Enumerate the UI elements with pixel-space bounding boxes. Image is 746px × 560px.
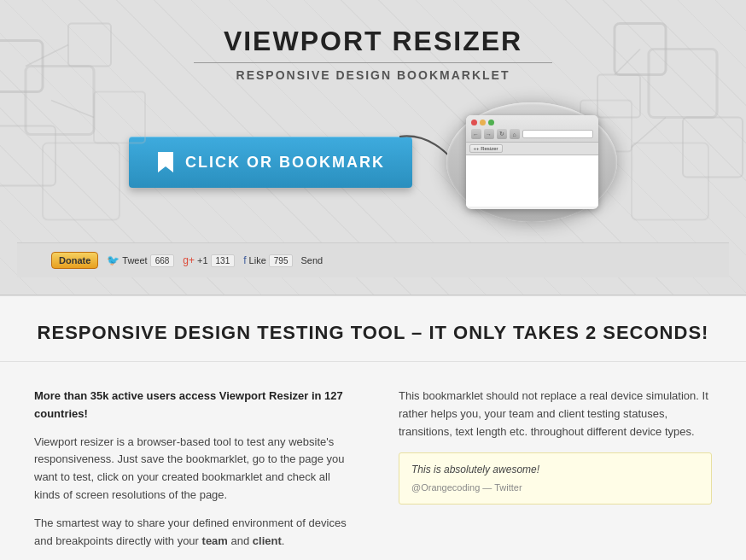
p2-client: client: [253, 534, 282, 547]
forward-button: →: [484, 129, 494, 139]
browser-dots: [471, 120, 593, 125]
donate-button[interactable]: Donate: [51, 252, 98, 269]
header-section: VIEWPORT RESIZER RESPONSIVE DESIGN BOOKM…: [0, 0, 746, 295]
p2-mid: and: [228, 534, 253, 547]
facebook-item: f Like 795 Send: [243, 254, 323, 267]
twitter-item: 🐦 Tweet 668: [107, 254, 174, 267]
main-section: RESPONSIVE DESIGN TESTING TOOL – IT ONLY…: [0, 295, 746, 560]
gplus-count: 131: [211, 254, 236, 267]
cta-row: CLICK OR BOOKMARK: [17, 102, 729, 222]
gplus-item: g+ +1 131: [183, 254, 235, 267]
twitter-label: Tweet: [122, 255, 147, 265]
p2-end: .: [282, 534, 285, 547]
page-subtitle: RESPONSIVE DESIGN BOOKMARKLET: [17, 68, 729, 82]
col-left-p2: The smartest way to share your defined e…: [34, 515, 347, 551]
intro-text: More than 35k active users access Viewpo…: [34, 389, 343, 420]
browser-mockup: ← → ↻ ⌂ ++ Resizer: [446, 102, 617, 222]
twitter-icon: 🐦: [107, 254, 119, 266]
p2-start: The smartest way to share your defined e…: [34, 516, 347, 547]
cta-left: CLICK OR BOOKMARK: [129, 137, 412, 188]
col-left-p1: Viewport resizer is a browser-based tool…: [34, 434, 347, 505]
browser-toolbar: ++ Resizer: [466, 143, 598, 155]
browser-nav: ← → ↻ ⌂: [471, 129, 593, 139]
browser-window: ← → ↻ ⌂ ++ Resizer: [466, 115, 598, 209]
bookmark-button-label: CLICK OR BOOKMARK: [185, 154, 385, 172]
send-label: Send: [300, 255, 323, 265]
main-headline: RESPONSIVE DESIGN TESTING TOOL – IT ONLY…: [0, 296, 746, 362]
dot-red: [471, 120, 477, 125]
twitter-count: 668: [150, 254, 175, 267]
social-bar: Donate 🐦 Tweet 668 g+ +1 131 f Like 795 …: [17, 242, 729, 277]
col-right-p1: This bookmarklet should not replace a re…: [399, 388, 712, 440]
dot-yellow: [480, 120, 486, 125]
bookmark-button[interactable]: CLICK OR BOOKMARK: [129, 137, 412, 188]
facebook-count: 795: [269, 254, 294, 267]
browser-chrome: ← → ↻ ⌂: [466, 115, 598, 143]
browser-preview-container: ← → ↻ ⌂ ++ Resizer: [446, 102, 617, 222]
title-divider: [194, 62, 552, 63]
page-title: VIEWPORT RESIZER: [17, 26, 729, 57]
tweet-box: This is absolutely awesome! @Orangecodin…: [399, 452, 712, 505]
col-right: This bookmarklet should not replace a re…: [373, 388, 712, 560]
facebook-icon: f: [243, 254, 246, 266]
back-button: ←: [471, 129, 481, 139]
address-bar: [522, 130, 593, 138]
p2-team: team: [202, 534, 228, 547]
gplus-icon: g+: [183, 254, 195, 266]
resizer-toolbar-item: ++ Resizer: [469, 144, 503, 153]
dot-green: [488, 120, 494, 125]
tweet-author: @Orangecoding — Twitter: [411, 481, 699, 495]
tweet-text: This is absolutely awesome!: [411, 462, 699, 477]
home-button: ⌂: [510, 129, 520, 139]
bookmark-icon: [156, 150, 175, 174]
gplus-label: +1: [197, 255, 208, 265]
col-left: More than 35k active users access Viewpo…: [34, 388, 373, 560]
facebook-label: Like: [249, 255, 266, 265]
refresh-button: ↻: [497, 129, 507, 139]
content-columns: More than 35k active users access Viewpo…: [0, 362, 746, 560]
browser-content: [466, 155, 598, 207]
